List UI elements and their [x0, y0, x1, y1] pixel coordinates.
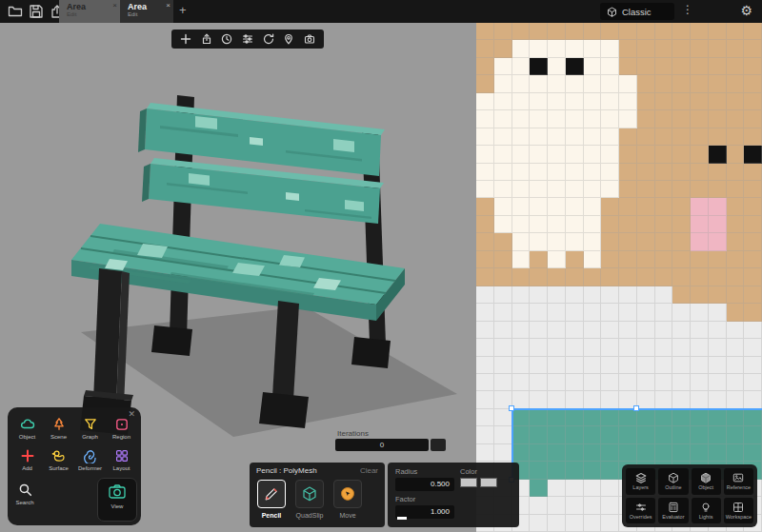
texture-pixel[interactable] — [566, 40, 584, 57]
texture-pixel[interactable] — [548, 251, 566, 268]
texture-pixel[interactable] — [584, 322, 602, 339]
texture-pixel[interactable] — [512, 357, 531, 374]
texture-pixel[interactable] — [530, 23, 548, 40]
texture-pixel[interactable] — [691, 286, 709, 304]
texture-pixel[interactable] — [548, 515, 566, 532]
texture-pixel[interactable] — [548, 462, 566, 479]
texture-pixel[interactable] — [584, 110, 602, 128]
texture-pixel[interactable] — [548, 233, 566, 250]
texture-pixel[interactable] — [709, 268, 727, 286]
texture-pixel[interactable] — [727, 374, 745, 391]
texture-pixel[interactable] — [637, 268, 655, 286]
texture-pixel[interactable] — [691, 391, 709, 408]
texture-pixel[interactable] — [512, 339, 531, 356]
texture-pixel[interactable] — [619, 426, 637, 443]
texture-pixel[interactable] — [655, 40, 673, 57]
texture-pixel[interactable] — [691, 251, 709, 268]
camera-icon[interactable] — [304, 33, 315, 45]
texture-pixel[interactable] — [744, 164, 762, 181]
texture-pixel[interactable] — [672, 444, 691, 462]
texture-pixel[interactable] — [584, 444, 602, 462]
texture-pixel[interactable] — [709, 251, 727, 268]
texture-pixel[interactable] — [530, 409, 548, 426]
texture-pixel[interactable] — [672, 251, 691, 268]
texture-pixel[interactable] — [727, 426, 745, 443]
texture-pixel[interactable] — [655, 322, 673, 339]
texture-pixel[interactable] — [601, 357, 619, 374]
texture-pixel[interactable] — [601, 497, 619, 514]
texture-pixel[interactable] — [637, 110, 655, 128]
texture-pixel[interactable] — [584, 23, 602, 40]
texture-pixel[interactable] — [691, 110, 709, 128]
texture-pixel[interactable] — [655, 23, 673, 40]
texture-pixel[interactable] — [566, 268, 584, 286]
texture-pixel[interactable] — [566, 322, 584, 339]
texture-pixel[interactable] — [619, 357, 637, 374]
texture-pixel[interactable] — [601, 198, 619, 215]
texture-pixel[interactable] — [672, 391, 691, 408]
texture-pixel[interactable] — [584, 251, 602, 268]
texture-pixel[interactable] — [601, 216, 619, 233]
texture-pixel[interactable] — [709, 164, 727, 181]
texture-pixel[interactable] — [672, 58, 691, 75]
add-icon[interactable] — [180, 33, 191, 45]
texture-pixel[interactable] — [672, 233, 691, 250]
texture-pixel[interactable] — [637, 251, 655, 268]
texture-pixel[interactable] — [727, 357, 745, 374]
texture-pixel[interactable] — [691, 198, 709, 215]
texture-pixel[interactable] — [566, 480, 584, 497]
rotate-icon[interactable] — [263, 33, 274, 45]
texture-pixel[interactable] — [494, 128, 512, 146]
texture-pixel[interactable] — [744, 304, 762, 321]
texture-pixel[interactable] — [494, 409, 512, 426]
texture-pixel[interactable] — [655, 110, 673, 128]
texture-pixel[interactable] — [655, 75, 673, 92]
texture-pixel[interactable] — [744, 444, 762, 462]
texture-pixel[interactable] — [691, 322, 709, 339]
tool-deformer[interactable]: Deformer — [74, 446, 106, 478]
texture-pixel[interactable] — [512, 233, 531, 250]
texture-pixel[interactable] — [727, 304, 745, 321]
texture-pixel[interactable] — [691, 75, 709, 92]
texture-pixel[interactable] — [584, 286, 602, 304]
texture-pixel[interactable] — [530, 93, 548, 110]
dock-reference-button[interactable]: Reference — [724, 468, 753, 495]
texture-pixel[interactable] — [672, 23, 691, 40]
texture-pixel[interactable] — [619, 251, 637, 268]
texture-pixel[interactable] — [530, 462, 548, 479]
texture-pixel[interactable] — [691, 216, 709, 233]
texture-pixel[interactable] — [744, 322, 762, 339]
texture-pixel[interactable] — [727, 339, 745, 356]
tool-add[interactable]: Add — [11, 446, 43, 478]
texture-pixel[interactable] — [709, 444, 727, 462]
texture-pixel[interactable] — [655, 426, 673, 443]
texture-pixel[interactable] — [566, 233, 584, 250]
texture-pixel[interactable] — [566, 75, 584, 92]
tool-scene[interactable]: Scene — [43, 415, 74, 446]
texture-pixel[interactable] — [566, 462, 584, 479]
texture-pixel[interactable] — [476, 164, 494, 181]
texture-pixel[interactable] — [530, 216, 548, 233]
texture-pixel[interactable] — [744, 251, 762, 268]
texture-pixel[interactable] — [709, 128, 727, 146]
texture-pixel[interactable] — [566, 110, 584, 128]
texture-pixel[interactable] — [727, 181, 745, 198]
texture-pixel[interactable] — [494, 268, 512, 286]
texture-pixel[interactable] — [637, 93, 655, 110]
texture-pixel[interactable] — [476, 216, 494, 233]
texture-pixel[interactable] — [494, 444, 512, 462]
texture-pixel[interactable] — [637, 304, 655, 321]
texture-pixel[interactable] — [672, 357, 691, 374]
selection-handle[interactable] — [509, 405, 514, 411]
iterations-stepper[interactable] — [431, 439, 446, 451]
texture-pixel[interactable] — [548, 58, 566, 75]
texture-pixel[interactable] — [476, 40, 494, 57]
folder-icon[interactable] — [8, 4, 23, 19]
texture-pixel[interactable] — [655, 146, 673, 163]
texture-pixel[interactable] — [566, 251, 584, 268]
texture-pixel[interactable] — [548, 409, 566, 426]
texture-pixel[interactable] — [548, 75, 566, 92]
texture-pixel[interactable] — [709, 374, 727, 391]
texture-pixel[interactable] — [601, 128, 619, 146]
texture-pixel[interactable] — [672, 75, 691, 92]
